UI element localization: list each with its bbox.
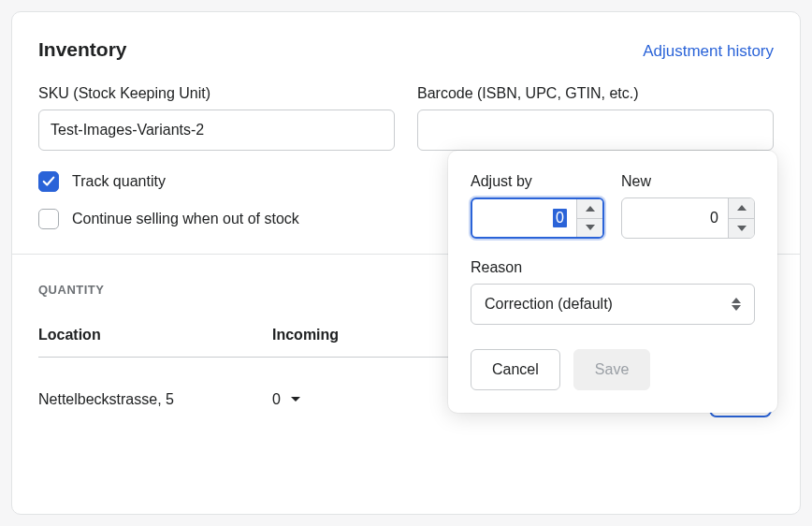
continue-selling-checkbox[interactable] (38, 209, 59, 229)
continue-selling-label: Continue selling when out of stock (72, 211, 299, 227)
inventory-card: Inventory Adjustment history SKU (Stock … (11, 11, 801, 515)
sku-label: SKU (Stock Keeping Unit) (38, 85, 395, 102)
barcode-input[interactable] (417, 110, 774, 151)
cancel-button[interactable]: Cancel (471, 349, 560, 390)
new-decrement[interactable] (729, 218, 754, 239)
adjust-by-label: Adjust by (471, 173, 604, 190)
new-increment[interactable] (729, 198, 754, 218)
adjustment-history-link[interactable]: Adjustment history (643, 42, 774, 61)
barcode-label: Barcode (ISBN, UPC, GTIN, etc.) (417, 85, 774, 102)
adjust-by-decrement[interactable] (577, 218, 602, 238)
new-value: 0 (622, 198, 728, 238)
new-label: New (621, 173, 755, 190)
adjust-by-increment[interactable] (577, 199, 602, 218)
check-icon (42, 175, 55, 188)
track-quantity-label: Track quantity (72, 173, 166, 190)
new-input[interactable]: 0 (621, 197, 755, 239)
row-location: Nettelbeckstrasse, 5 (38, 391, 272, 408)
incoming-value: 0 (272, 391, 281, 408)
save-button[interactable]: Save (573, 349, 650, 390)
track-quantity-checkbox[interactable] (38, 171, 59, 192)
reason-value: Correction (default) (485, 296, 613, 313)
column-location: Location (38, 327, 272, 343)
card-header: Inventory Adjustment history (38, 38, 774, 61)
adjust-by-value: 0 (472, 199, 576, 237)
card-title: Inventory (38, 38, 127, 61)
caret-down-icon[interactable] (290, 396, 301, 403)
select-updown-icon (732, 298, 741, 311)
sku-input[interactable] (38, 110, 395, 151)
adjust-quantity-popover: Adjust by 0 New 0 (448, 151, 777, 413)
adjust-by-input[interactable]: 0 (471, 197, 604, 239)
reason-select[interactable]: Correction (default) (471, 284, 755, 325)
reason-label: Reason (471, 259, 755, 276)
